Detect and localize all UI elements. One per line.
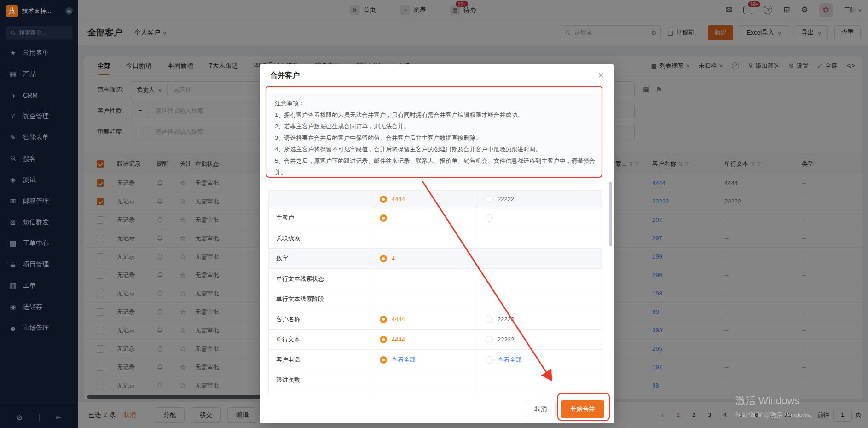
sidebar-item-8[interactable]: ✉邮箱管理 (0, 191, 78, 212)
radio-unselected[interactable] (486, 196, 493, 203)
merge-row-客户名称: 客户名称444422222 (269, 309, 602, 330)
merge-row-单行文本线索阶段: 单行文本线索阶段 (269, 289, 602, 309)
merge-option-a: 4444 (372, 330, 478, 349)
sidebar-item-6[interactable]: 搜客 (0, 148, 78, 169)
sidebar-item-label: 市场管理 (23, 324, 49, 332)
sidebar-item-14[interactable]: ☻市场管理 (0, 318, 78, 339)
sidebar-item-12[interactable]: ▥工单 (0, 275, 78, 296)
radio-selected[interactable] (380, 196, 387, 203)
modal-scrollbar[interactable] (609, 182, 612, 246)
sidebar-item-7[interactable]: ◈测试 (0, 169, 78, 191)
fund-icon: ￥ (9, 112, 17, 121)
sidebar-item-5[interactable]: ✎智能表单 (0, 127, 78, 148)
merge-customer-modal: 合并客户 ✕ 注意事项： 1、拥有客户查看权限的人员无法合并客户，只有同时拥有需… (260, 64, 614, 423)
merge-option-b (478, 289, 602, 309)
sidebar-footer-divider (39, 414, 40, 422)
merge-row-header: 444422222 (269, 191, 602, 208)
radio-unselected[interactable] (486, 336, 493, 343)
merge-field-label: 客户电话 (269, 350, 372, 370)
collapse-sidebar-icon[interactable]: ⇤ (56, 414, 62, 422)
modal-header: 合并客户 ✕ (260, 64, 614, 87)
sidebar-item-label: 工单 (23, 282, 36, 290)
merge-field-label: 主客户 (269, 208, 372, 228)
notice-lines: 1、拥有客户查看权限的人员无法合并客户，只有同时拥有需合并客户编辑权限才能合并成… (275, 109, 596, 178)
sidebar-item-3[interactable]: ◑CRM (0, 85, 78, 106)
sidebar-search-placeholder: 搜索菜单... (19, 29, 46, 37)
sidebar-item-label: 测试 (23, 176, 36, 184)
sidebar-item-13[interactable]: ◉进销存 (0, 296, 78, 318)
sidebar-item-2[interactable]: ▦产品 (0, 64, 78, 85)
merge-option-a (372, 289, 478, 309)
workspace-badge-icon[interactable]: ◎ (65, 7, 73, 15)
option-value: 4444 (392, 196, 405, 202)
sidebar-item-label: 资金管理 (23, 112, 49, 121)
notice-line-1: 1、拥有客户查看权限的人员无法合并客户，只有同时拥有需合并客户编辑权限才能合并成… (275, 109, 596, 121)
merge-option-b (478, 208, 602, 228)
merge-option-b: 22222 (478, 330, 602, 349)
sidebar-menu: ★常用表单▦产品◑CRM￥资金管理✎智能表单搜客◈测试✉邮箱管理⊠短信群发▤工单… (0, 42, 78, 339)
sidebar-footer: ⚙ ⇤ (0, 407, 78, 428)
radio-unselected[interactable] (486, 214, 493, 222)
modal-cancel-button[interactable]: 取消 (526, 401, 556, 417)
merge-option-a (372, 269, 478, 289)
modal-footer: 取消 开始合并 (260, 395, 614, 423)
radio-selected[interactable] (380, 336, 387, 343)
sidebar-item-9[interactable]: ⊠短信群发 (0, 212, 78, 233)
search-customer-icon (9, 155, 17, 163)
radio-selected[interactable] (380, 214, 387, 222)
sidebar-search-input[interactable]: 搜索菜单... (6, 26, 73, 40)
sidebar-item-1[interactable]: ★常用表单 (0, 42, 78, 64)
sidebar-item-label: 工单中心 (23, 239, 49, 248)
sidebar-item-11[interactable]: ≣项目管理 (0, 254, 78, 275)
tag-icon: ◈ (9, 176, 17, 184)
sidebar-item-label: 搜客 (23, 155, 36, 163)
star-icon: ★ (9, 49, 17, 57)
sidebar-item-label: 短信群发 (23, 218, 49, 226)
close-icon[interactable]: ✕ (598, 71, 604, 81)
option-value[interactable]: 查看全部 (498, 356, 521, 364)
notice-line-2: 2、若非主客户数据已生成合同订单，则无法合并。 (275, 121, 596, 132)
option-value[interactable]: 查看全部 (392, 356, 416, 364)
merge-option-b (478, 370, 602, 390)
sidebar-item-4[interactable]: ￥资金管理 (0, 106, 78, 127)
radio-selected[interactable] (380, 316, 387, 323)
modal-title: 合并客户 (270, 71, 300, 81)
merge-option-b: 22222 (478, 191, 602, 208)
mailbox-icon: ✉ (9, 197, 17, 205)
merge-row-单行文本线索状态: 单行文本线索状态 (269, 269, 602, 289)
merge-option-b: 查看全部 (478, 350, 602, 370)
merge-row-单行文本: 单行文本444422222 (269, 330, 602, 350)
option-value: 22222 (498, 336, 514, 343)
merge-field-label: 单行文本 (269, 330, 372, 349)
sidebar-item-label: 进销存 (23, 303, 42, 311)
merge-option-a: 4444 (372, 191, 478, 208)
sidebar-item-label: 项目管理 (23, 260, 49, 269)
merge-option-a: 4444 (372, 309, 478, 329)
radio-selected[interactable] (380, 356, 387, 364)
sidebar-item-label: 邮箱管理 (23, 197, 49, 205)
merge-field-label (269, 191, 372, 208)
radio-unselected[interactable] (486, 316, 493, 323)
app-logo[interactable]: 技 技术支持... ◎ (0, 0, 78, 22)
merge-row-客户电话: 客户电话查看全部查看全部 (269, 350, 602, 370)
sidebar-item-label: 常用表单 (23, 49, 49, 57)
merge-comparison-table: 444422222主客户关联线索数字4单行文本线索状态单行文本线索阶段客户名称4… (268, 190, 602, 405)
merge-notice: 注意事项： 1、拥有客户查看权限的人员无法合并客户，只有同时拥有需合并客户编辑权… (268, 93, 602, 184)
radio-selected[interactable] (380, 255, 387, 262)
notice-line-3: 3、请选择要在合并后的客户中保留的值。合并客户后非主客户数据直接删除。 (275, 132, 596, 144)
ticket-center-icon: ▤ (9, 239, 17, 248)
merge-field-label: 数字 (269, 249, 372, 268)
work-order-icon: ▥ (9, 282, 17, 290)
app-title: 技术支持... (22, 7, 62, 15)
merge-row-关联线索: 关联线索 (269, 228, 602, 249)
radio-unselected[interactable] (486, 356, 493, 364)
start-merge-button[interactable]: 开始合并 (561, 400, 604, 418)
merge-option-a: 4 (372, 249, 478, 268)
option-value: 4444 (392, 336, 405, 343)
option-value: 22222 (498, 196, 514, 202)
product-icon: ▦ (9, 70, 17, 78)
sidebar-settings-icon[interactable]: ⚙ (17, 414, 23, 422)
sidebar-item-10[interactable]: ▤工单中心 (0, 233, 78, 254)
merge-option-b: 22222 (478, 309, 602, 329)
sidebar-item-label: CRM (23, 92, 38, 99)
